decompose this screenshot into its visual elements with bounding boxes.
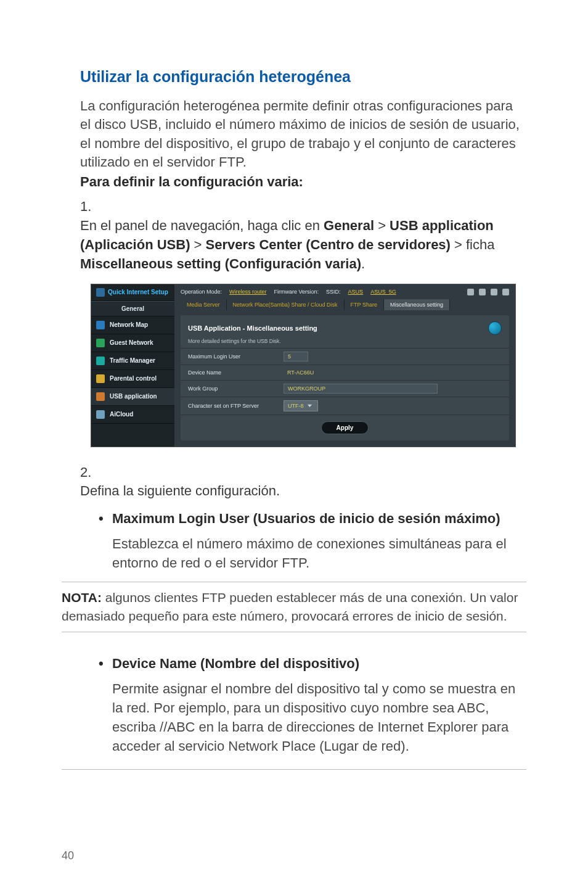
bullet-device-name: Device Name (Nombre del dispositivo) xyxy=(99,654,526,674)
max-login-input[interactable]: 5 xyxy=(284,352,308,361)
network-map-icon xyxy=(96,321,105,329)
apply-button[interactable]: Apply xyxy=(321,421,369,434)
step-1-sep3: > ficha xyxy=(451,237,495,252)
tab-miscellaneous[interactable]: Miscellaneous setting xyxy=(384,299,450,310)
step-1: 1. En el panel de navegación, haga clic … xyxy=(80,197,526,273)
section-heading: Utilizar la configuración heterogénea xyxy=(80,68,526,86)
step-2-text: Defina la siguiente configuración. xyxy=(80,482,505,501)
ssid-1[interactable]: ASUS xyxy=(348,289,364,295)
field-label: Character set on FTP Server xyxy=(188,403,284,409)
opmode-label: Operation Mode: xyxy=(181,289,222,295)
tools-icon[interactable] xyxy=(502,289,509,295)
bullet-title: Maximum Login User (Usuarios de inicio d… xyxy=(112,511,500,526)
note-box: NOTA: algunos clientes FTP pueden establ… xyxy=(62,582,526,633)
ssid-label: SSID: xyxy=(326,289,341,295)
field-label: Device Name xyxy=(188,369,284,376)
chevron-down-icon xyxy=(306,402,314,410)
refresh-icon[interactable] xyxy=(488,321,502,335)
settings-panel: USB Application - Miscellaneous setting … xyxy=(181,315,509,440)
field-character-set: Character set on FTP Server UTF-8 xyxy=(181,397,509,415)
intro-paragraph: La configuración heterogénea permite def… xyxy=(80,97,526,171)
opmode-value[interactable]: Wireless router xyxy=(229,289,267,295)
qis-label: Quick Internet Setup xyxy=(108,289,168,295)
sidebar-item-network-map[interactable]: Network Map xyxy=(91,316,174,334)
bullet-title: Device Name (Nombre del dispositivo) xyxy=(112,656,359,671)
step-1-post: . xyxy=(361,256,365,271)
step-2: 2. Defina la siguiente configuración. xyxy=(80,463,526,501)
workgroup-input[interactable]: WORKGROUP xyxy=(284,384,438,394)
field-label: Work Group xyxy=(188,386,284,392)
step-1-sep2: > xyxy=(190,237,205,252)
note-body: algunos clientes FTP pueden establecer m… xyxy=(62,590,518,623)
note-label: NOTA: xyxy=(62,590,102,604)
step-1-misc: Miscellaneous setting (Configuración var… xyxy=(80,256,361,271)
sidebar-item-label: Parental control xyxy=(110,375,157,382)
guest-network-icon xyxy=(96,339,105,347)
ssid-2[interactable]: ASUS_5G xyxy=(370,289,396,295)
usb-application-icon xyxy=(96,392,105,401)
sidebar-item-aicloud[interactable]: AiCloud xyxy=(91,406,174,424)
reboot-icon[interactable] xyxy=(479,289,486,295)
sidebar-item-label: Traffic Manager xyxy=(110,357,155,364)
router-admin-screenshot: Quick Internet Setup General Network Map… xyxy=(91,284,516,447)
logout-icon[interactable] xyxy=(467,289,474,295)
step-1-general: General xyxy=(324,218,374,233)
sidebar-item-label: Network Map xyxy=(110,321,148,328)
page-number: 40 xyxy=(62,849,74,862)
traffic-manager-icon xyxy=(96,357,105,365)
bullet-maximum-login: Maximum Login User (Usuarios de inicio d… xyxy=(99,510,526,529)
sidebar-quick-internet-setup[interactable]: Quick Internet Setup xyxy=(91,284,174,301)
procedure-heading: Para definir la configuración varia: xyxy=(80,174,526,190)
bullet-device-name-body: Permite asignar el nombre del dispositiv… xyxy=(112,680,526,756)
language-icon[interactable] xyxy=(491,289,497,295)
field-label: Maximum Login User xyxy=(188,353,284,360)
sidebar-item-parental-control[interactable]: Parental control xyxy=(91,370,174,388)
sidebar: Quick Internet Setup General Network Map… xyxy=(91,284,174,447)
device-name-value[interactable]: RT-AC66U xyxy=(284,368,317,377)
tab-ftp-share[interactable]: FTP Share xyxy=(345,299,384,310)
panel-subtitle: More detailed settings for the USB Disk. xyxy=(181,336,509,349)
sidebar-item-label: USB application xyxy=(110,393,157,400)
charset-select[interactable]: UTF-8 xyxy=(284,400,318,411)
step-1-sep1: > xyxy=(374,218,390,233)
tabs: Media Server Network Place(Samba) Share … xyxy=(174,298,515,315)
tab-network-place[interactable]: Network Place(Samba) Share / Cloud Disk xyxy=(227,299,345,310)
field-maximum-login-user: Maximum Login User 5 xyxy=(181,349,509,365)
tab-media-server[interactable]: Media Server xyxy=(181,299,227,310)
wand-icon xyxy=(96,288,105,297)
field-device-name: Device Name RT-AC66U xyxy=(181,365,509,381)
sidebar-item-usb-application[interactable]: USB application xyxy=(91,388,174,406)
sidebar-item-traffic-manager[interactable]: Traffic Manager xyxy=(91,352,174,370)
parental-control-icon xyxy=(96,374,105,383)
fw-label: Firmware Version: xyxy=(274,289,319,295)
step-1-text: En el panel de navegación, haga clic en … xyxy=(80,217,505,273)
step-1-number: 1. xyxy=(80,197,97,217)
step-1-pre: En el panel de navegación, haga clic en xyxy=(80,218,324,233)
step-1-servers: Servers Center (Centro de servidores) xyxy=(206,237,451,252)
bullet-maximum-login-body: Establezca el número máximo de conexione… xyxy=(112,535,526,573)
field-work-group: Work Group WORKGROUP xyxy=(181,381,509,397)
charset-value: UTF-8 xyxy=(288,403,304,409)
step-2-number: 2. xyxy=(80,463,97,482)
top-status-bar: Operation Mode: Wireless router Firmware… xyxy=(174,284,515,298)
aicloud-icon xyxy=(96,410,105,419)
main-panel: Operation Mode: Wireless router Firmware… xyxy=(174,284,515,447)
sidebar-item-label: Guest Network xyxy=(110,339,153,346)
panel-title: USB Application - Miscellaneous setting xyxy=(188,324,317,332)
sidebar-category-general: General xyxy=(91,301,174,316)
separator xyxy=(62,769,526,770)
sidebar-item-label: AiCloud xyxy=(110,411,133,418)
sidebar-item-guest-network[interactable]: Guest Network xyxy=(91,334,174,352)
